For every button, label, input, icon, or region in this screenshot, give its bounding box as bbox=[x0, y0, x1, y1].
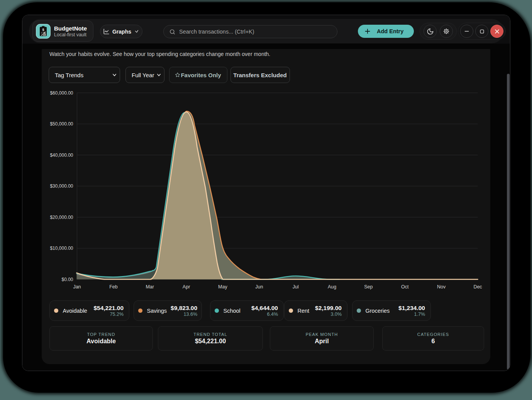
svg-text:Jul: Jul bbox=[293, 284, 299, 290]
svg-text:$30,000.00: $30,000.00 bbox=[50, 183, 73, 189]
svg-text:Dec: Dec bbox=[473, 284, 482, 290]
svg-text:Nov: Nov bbox=[437, 284, 446, 290]
svg-text:$40,000.00: $40,000.00 bbox=[50, 153, 73, 158]
svg-text:$: $ bbox=[42, 27, 44, 31]
svg-text:Aug: Aug bbox=[328, 284, 336, 290]
svg-text:Oct: Oct bbox=[401, 284, 409, 290]
svg-text:Sep: Sep bbox=[364, 284, 373, 290]
svg-text:Feb: Feb bbox=[109, 284, 118, 290]
svg-text:$50,000.00: $50,000.00 bbox=[50, 121, 73, 127]
svg-text:$10,000.00: $10,000.00 bbox=[50, 246, 73, 251]
svg-text:Mar: Mar bbox=[146, 284, 154, 290]
svg-text:Jun: Jun bbox=[255, 284, 263, 290]
svg-text:$60,000.00: $60,000.00 bbox=[50, 90, 73, 96]
svg-text:Jan: Jan bbox=[73, 284, 81, 290]
svg-text:Apr: Apr bbox=[183, 284, 190, 290]
svg-text:$0.00: $0.00 bbox=[61, 277, 73, 282]
svg-text:$20,000.00: $20,000.00 bbox=[50, 215, 73, 220]
svg-text:May: May bbox=[218, 284, 227, 290]
